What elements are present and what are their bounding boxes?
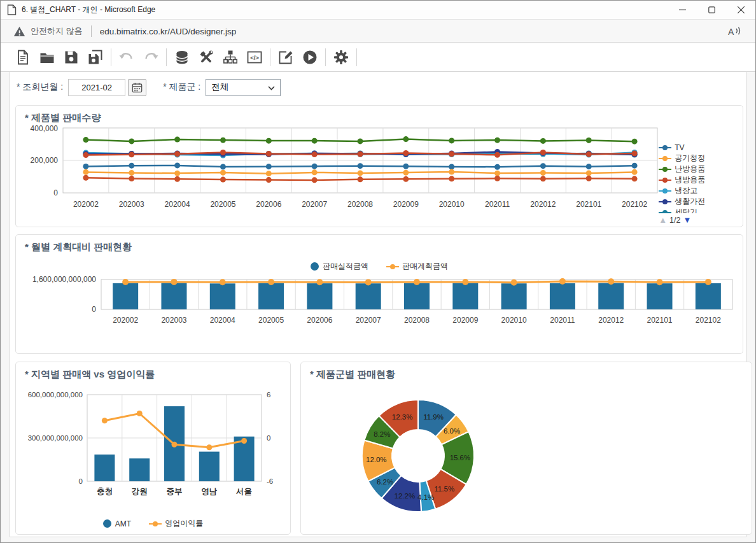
svg-text:영남: 영남 — [201, 487, 218, 496]
svg-text:202012: 202012 — [598, 316, 624, 325]
svg-text:202007: 202007 — [302, 200, 327, 209]
svg-text:202007: 202007 — [356, 316, 381, 325]
minimize-button[interactable] — [668, 1, 697, 19]
date-input[interactable] — [68, 79, 125, 96]
svg-text:202003: 202003 — [161, 316, 186, 325]
toolbar-separator — [270, 48, 270, 66]
run-icon[interactable] — [298, 46, 322, 69]
legend-page-down-icon[interactable]: ▼ — [683, 215, 691, 225]
svg-text:202009: 202009 — [393, 200, 419, 209]
legend-label: TV — [675, 143, 684, 152]
legend-item[interactable]: 영업이익률 — [149, 518, 203, 529]
address-divider — [91, 25, 92, 37]
read-aloud-icon[interactable]: A — [727, 25, 741, 37]
toolbar-separator — [111, 48, 111, 66]
legend-marker — [103, 519, 111, 528]
legend-label: 냉장고 — [675, 185, 697, 196]
date-filter-label: * 조회년월 : — [17, 81, 63, 93]
settings-icon[interactable] — [329, 46, 353, 69]
legend-item[interactable]: 생활가전 — [659, 196, 734, 207]
legend-item[interactable]: 공기청정 — [659, 153, 734, 164]
panel-product-group-sales: * 제품군별 판매현황 11.9%6.0%15.6%11.5%4.1%12.2%… — [300, 362, 752, 535]
title-bar: 6. 별첨_CHART - 개인 - Microsoft Edge — [1, 1, 755, 20]
line-chart-product-sales: 400,000200,00002020022020032020042020052… — [25, 124, 659, 218]
legend-label: 공기청정 — [675, 153, 705, 164]
svg-text:0: 0 — [267, 434, 270, 442]
product-select-value: 전체 — [211, 81, 228, 93]
url-text[interactable]: edu.bimatrix.co.kr/AUD/designer.jsp — [100, 27, 237, 36]
svg-text:11.9%: 11.9% — [423, 413, 444, 421]
legend-item[interactable]: TV — [659, 142, 734, 153]
legend-marker — [659, 199, 671, 204]
legend-item[interactable]: 판매실적금액 — [311, 261, 368, 272]
legend-marker — [149, 521, 162, 526]
browser-window: 6. 별첨_CHART - 개인 - Microsoft Edge 안전하지 않… — [0, 0, 756, 543]
svg-text:202003: 202003 — [119, 200, 144, 209]
edit-icon[interactable] — [274, 46, 298, 69]
legend-item[interactable]: 냉장고 — [659, 185, 734, 196]
combo-chart-region: 600,000,000,000300,000,000,000060-6충청강원중… — [25, 388, 283, 511]
legend-marker — [659, 188, 671, 194]
legend-label: AMT — [115, 519, 131, 528]
legend-label: 난방용품 — [675, 164, 705, 174]
hierarchy-icon[interactable] — [218, 46, 242, 69]
code-icon[interactable]: </> — [242, 46, 267, 69]
combo-chart-legend: AMT영업이익률 — [25, 518, 281, 529]
undo-icon[interactable] — [115, 46, 139, 69]
legend-page-up-icon[interactable]: ▲ — [659, 215, 667, 225]
legend-marker — [659, 177, 671, 183]
page-icon — [7, 4, 17, 15]
svg-text:202102: 202102 — [622, 200, 647, 209]
save-icon[interactable] — [59, 46, 83, 69]
maximize-button[interactable] — [697, 1, 726, 19]
legend-marker — [659, 166, 671, 172]
svg-text:0: 0 — [53, 188, 58, 197]
save-as-icon[interactable] — [83, 46, 108, 69]
legend-marker — [311, 262, 319, 271]
panel-monthly-plan-vs-actual: * 월별 계획대비 판매현황 판매실적금액판매계획금액 1,600,000,00… — [15, 234, 743, 354]
security-status-text[interactable]: 안전하지 않음 — [31, 25, 83, 37]
svg-text:200,000: 200,000 — [31, 156, 59, 165]
svg-text:0: 0 — [79, 477, 83, 485]
legend-item[interactable]: 판매계획금액 — [386, 261, 448, 272]
address-bar: 안전하지 않음 edu.bimatrix.co.kr/AUD/designer.… — [1, 20, 755, 43]
legend-item[interactable]: AMT — [103, 518, 131, 529]
legend-marker — [659, 145, 671, 150]
window-title: 6. 별첨_CHART - 개인 - Microsoft Edge — [22, 4, 155, 15]
svg-text:8.2%: 8.2% — [374, 430, 390, 438]
product-select[interactable]: 전체 — [206, 79, 281, 96]
tools-icon[interactable] — [194, 46, 218, 69]
svg-text:202002: 202002 — [113, 316, 138, 325]
svg-text:300,000,000,000: 300,000,000,000 — [28, 434, 83, 442]
redo-icon[interactable] — [139, 46, 163, 69]
calendar-button[interactable] — [128, 79, 146, 96]
new-document-icon[interactable] — [11, 46, 35, 69]
svg-text:202005: 202005 — [210, 200, 235, 209]
svg-text:11.5%: 11.5% — [434, 485, 454, 493]
open-folder-icon[interactable] — [35, 46, 59, 69]
close-button[interactable] — [726, 1, 755, 19]
legend-item[interactable]: 냉방용품 — [659, 174, 734, 185]
line-chart-legend: TV공기청정난방용품냉방용품냉장고생활가전세탁기 ▲ 1/2 ▼ — [659, 124, 734, 225]
toolbar-separator — [356, 48, 357, 66]
svg-text:400,000: 400,000 — [31, 124, 59, 133]
legend-item[interactable]: 난방용품 — [659, 164, 734, 174]
panel-title: * 제품군별 판매현황 — [310, 369, 743, 381]
svg-text:중부: 중부 — [167, 487, 183, 496]
legend-label: 세탁기 — [675, 207, 697, 213]
svg-text:6.2%: 6.2% — [377, 478, 393, 486]
svg-text:1,600,000,000,000: 1,600,000,000,000 — [32, 275, 96, 284]
legend-label: 판매계획금액 — [402, 261, 448, 272]
svg-text:202011: 202011 — [485, 200, 510, 209]
not-secure-warning-icon[interactable] — [13, 26, 25, 37]
legend-marker — [659, 155, 671, 161]
svg-text:6.0%: 6.0% — [444, 427, 460, 435]
bar-chart-legend: 판매실적금액판매계획금액 — [25, 261, 734, 272]
legend-label: 냉방용품 — [675, 174, 705, 185]
svg-text:12.0%: 12.0% — [366, 456, 387, 463]
legend-item[interactable]: 세탁기 — [659, 207, 734, 213]
database-icon[interactable] — [170, 46, 194, 69]
legend-label: 생활가전 — [675, 196, 705, 207]
svg-text:0: 0 — [92, 305, 96, 314]
bar-chart-monthly: 1,600,000,000,00002020022020032020042020… — [25, 274, 735, 335]
